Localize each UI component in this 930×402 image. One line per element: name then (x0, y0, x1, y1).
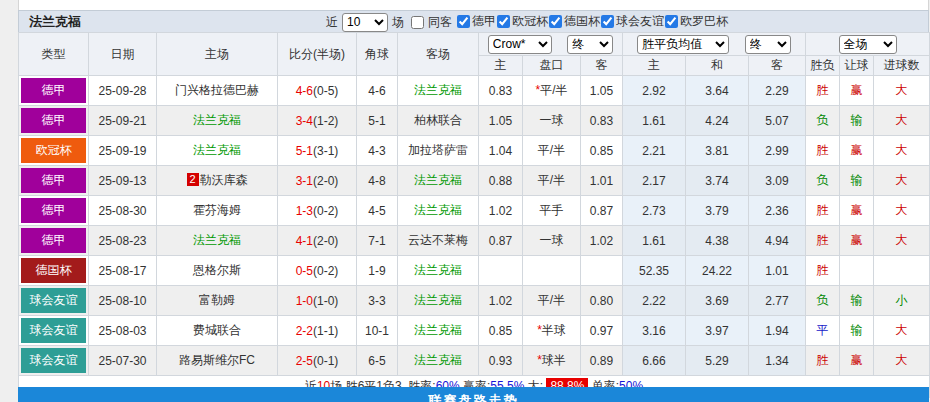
result-handicap: 输 (840, 316, 874, 346)
competition-badge: 德甲 (21, 108, 86, 133)
avg-draw-odds: 3.69 (686, 286, 749, 316)
corner-score: 7-1 (357, 226, 398, 256)
team-section-header: 法兰克福 近 10 场 同客 德甲欧冠杯德国杯球会友谊欧罗巴杯 (18, 10, 929, 32)
footer-title: 联赛盘路走势 (429, 392, 519, 402)
league-checkbox[interactable] (497, 15, 510, 28)
games-label: 场 (392, 14, 404, 31)
away-team-name: 云达不莱梅 (408, 233, 468, 247)
col-type: 类型 (19, 33, 89, 76)
match-rows: 德甲25-09-28门兴格拉德巴赫4-6(0-5)4-6法兰克福0.83*平/半… (19, 76, 930, 376)
avg-away-odds: 2.29 (749, 76, 806, 106)
league-filter[interactable]: 欧冠杯 (496, 13, 548, 30)
league-label: 欧罗巴杯 (680, 13, 728, 30)
col-result: 胜负 (806, 56, 840, 76)
handicap-line: 半球 (542, 323, 566, 337)
home-team-cell: 法兰克福 (157, 106, 278, 136)
top-strip (18, 0, 929, 10)
result-goals: 大 (874, 316, 930, 346)
result-goals: 大 (874, 136, 930, 166)
odds-company-select[interactable]: Crow* (488, 35, 552, 54)
result-goals: 大 (874, 166, 930, 196)
avg-away-odds: 2.36 (749, 196, 806, 226)
away-team-name: 法兰克福 (414, 293, 462, 307)
avg-away-odds: 1.34 (749, 346, 806, 376)
league-checkbox[interactable] (665, 15, 678, 28)
avg-draw-odds: 5.29 (686, 346, 749, 376)
same-away-filter[interactable]: 同客 (406, 14, 454, 31)
scope-select[interactable]: 全场 (839, 35, 897, 54)
handicap-line: 一球 (540, 113, 564, 127)
score-cell: 3-4(1-2) (278, 106, 357, 136)
col-date: 日期 (89, 33, 157, 76)
avg-draw-odds: 3.64 (686, 76, 749, 106)
col-goals: 进球数 (874, 56, 930, 76)
result-wdl: 负 (806, 166, 840, 196)
result-handicap: 赢 (840, 136, 874, 166)
match-row: 德甲25-09-132勒沃库森3-1(2-0)4-8法兰克福0.88平/半1.0… (19, 166, 930, 196)
result-wdl: 平 (806, 316, 840, 346)
col-handicap-result: 让球 (840, 56, 874, 76)
home-team-cell: 法兰克福 (157, 136, 278, 166)
score-cell: 4-1(2-0) (278, 226, 357, 256)
half-time-score: (0-1) (313, 354, 338, 368)
match-type-cell: 德甲 (19, 196, 89, 226)
corner-score: 1-9 (357, 256, 398, 286)
final-avg-select[interactable]: 终 (745, 35, 791, 54)
league-label: 德甲 (472, 13, 496, 30)
away-team-name: 法兰克福 (414, 203, 462, 217)
half-time-score: (1-0) (313, 294, 338, 308)
competition-badge: 德甲 (21, 78, 86, 103)
home-team-name: 法兰克福 (193, 113, 241, 127)
score-cell: 2-2(1-1) (278, 316, 357, 346)
home-team-name: 费城联合 (193, 323, 241, 337)
avg-odds-select[interactable]: 胜平负均值 (637, 35, 729, 54)
avg-select-group: 胜平负均值 终 (623, 33, 806, 56)
avg-home-odds: 2.73 (623, 196, 686, 226)
recent-count-select[interactable]: 10 (342, 13, 388, 32)
handicap-line: 平/半 (538, 293, 565, 307)
handicap-home-odds: 0.87 (479, 226, 523, 256)
result-goals: 大 (874, 196, 930, 226)
handicap-away-odds: 0.97 (581, 316, 623, 346)
home-team-cell: 恩格尔斯 (157, 256, 278, 286)
league-filter[interactable]: 欧罗巴杯 (664, 13, 728, 30)
competition-badge: 球会友谊 (21, 288, 86, 313)
avg-draw-odds: 3.81 (686, 136, 749, 166)
league-checkbox[interactable] (457, 15, 470, 28)
league-filter[interactable]: 德甲 (456, 13, 496, 30)
same-away-checkbox[interactable] (411, 16, 424, 29)
full-time-score: 5-1 (296, 144, 313, 158)
handicap-line-cell: *平/半 (523, 76, 581, 106)
handicap-line: 平手 (540, 203, 564, 217)
result-wdl: 胜 (806, 76, 840, 106)
full-time-score: 4-1 (296, 234, 313, 248)
league-filter[interactable]: 德国杯 (548, 13, 600, 30)
corner-score: 3-3 (357, 286, 398, 316)
away-team-name: 法兰克福 (414, 83, 462, 97)
col-handicap-home: 主 (479, 56, 523, 76)
handicap-home-odds: 1.02 (479, 286, 523, 316)
away-team-name: 法兰克福 (414, 263, 462, 277)
league-filter[interactable]: 球会友谊 (600, 13, 664, 30)
match-date: 25-08-23 (89, 226, 157, 256)
league-checkbox[interactable] (549, 15, 562, 28)
match-row: 德甲25-08-30霍芬海姆1-3(0-2)4-5法兰克福1.02平手0.872… (19, 196, 930, 226)
result-goals: 大 (874, 106, 930, 136)
league-checkbox[interactable] (601, 15, 614, 28)
away-team-cell: 法兰克福 (398, 256, 479, 286)
final-odds-select[interactable]: 终 (567, 35, 613, 54)
result-wdl: 胜 (806, 256, 840, 286)
home-team-name: 恩格尔斯 (193, 263, 241, 277)
score-cell: 5-1(3-1) (278, 136, 357, 166)
home-team-name: 霍芬海姆 (193, 203, 241, 217)
handicap-away-odds: 0.85 (581, 136, 623, 166)
handicap-away-odds: 0.80 (581, 286, 623, 316)
competition-badge: 球会友谊 (21, 318, 86, 343)
avg-home-odds: 1.61 (623, 106, 686, 136)
score-cell: 2-5(0-1) (278, 346, 357, 376)
avg-home-odds: 2.92 (623, 76, 686, 106)
result-goals: 大 (874, 76, 930, 106)
result-wdl: 负 (806, 286, 840, 316)
avg-away-odds: 2.99 (749, 136, 806, 166)
match-type-cell: 球会友谊 (19, 346, 89, 376)
